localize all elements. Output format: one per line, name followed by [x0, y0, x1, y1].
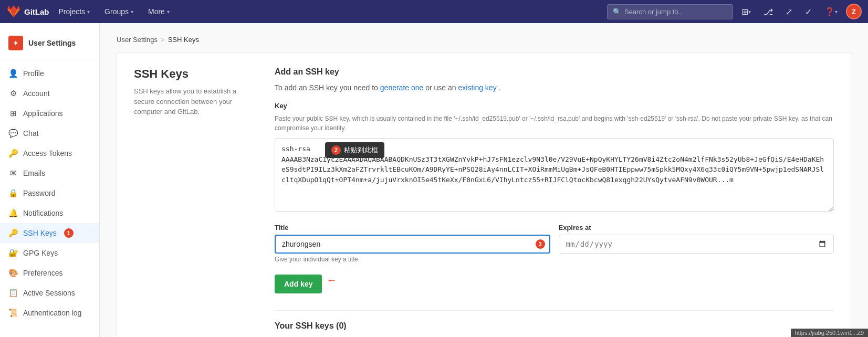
main-content: User Settings > SSH Keys SSH Keys SSH ke… — [100, 23, 868, 337]
profile-icon: 👤 — [8, 69, 18, 78]
more-nav-btn[interactable]: More ▾ — [143, 4, 175, 19]
expires-field-label: Expires at — [559, 224, 834, 231]
auth-log-icon: 📜 — [8, 308, 18, 318]
chat-icon: 💬 — [8, 129, 18, 138]
page-description: SSH keys allow you to establish a secure… — [134, 86, 249, 117]
title-input[interactable] — [275, 235, 550, 254]
search-container: 🔍 — [607, 4, 733, 19]
brand-label: GitLab — [24, 7, 49, 16]
breadcrumb-parent-link[interactable]: User Settings — [117, 36, 158, 44]
sidebar-label-gpg-keys: GPG Keys — [23, 249, 58, 257]
sidebar-label-profile: Profile — [23, 69, 44, 78]
breadcrumb-current: SSH Keys — [168, 36, 199, 44]
add-key-button[interactable]: Add key — [275, 275, 322, 293]
sidebar-label-password: Password — [23, 189, 55, 197]
expires-date-input[interactable] — [559, 235, 834, 254]
ssh-keys-section: Your SSH keys (0) There are no SSH keys … — [275, 310, 834, 337]
sidebar-label-account: Account — [23, 89, 50, 98]
status-bar: https://jiabg.250.1win1...Z9 — [791, 329, 868, 337]
svg-marker-0 — [11, 5, 17, 17]
applications-icon: ⊞ — [8, 109, 18, 118]
key-field-hint: Paste your public SSH key, which is usua… — [275, 114, 834, 133]
title-input-wrapper: 3 — [275, 235, 550, 254]
sidebar-item-applications[interactable]: ⊞ Applications — [0, 103, 99, 123]
sidebar-label-emails: Emails — [23, 169, 45, 177]
sidebar-label-applications: Applications — [23, 109, 63, 118]
ssh-keys-list-title: Your SSH keys (0) — [275, 321, 834, 331]
breadcrumb: User Settings > SSH Keys — [117, 36, 851, 44]
todo-icon: ⎇ — [764, 7, 773, 17]
issues-btn[interactable]: ✓ — [801, 4, 816, 20]
sidebar-item-auth-log[interactable]: 📜 Authentication log — [0, 303, 99, 323]
page-layout: ✦ User Settings 👤 Profile ⚙ Account ⊞ Ap… — [0, 23, 868, 337]
sidebar-item-preferences[interactable]: 🎨 Preferences — [0, 263, 99, 283]
status-bar-text: https://jiabg.250.1win1...Z9 — [795, 330, 864, 336]
user-avatar[interactable]: Z — [846, 4, 862, 19]
arrow-indicator-icon: ← — [326, 274, 337, 286]
content-wrapper: SSH Keys SSH keys allow you to establish… — [117, 52, 851, 337]
active-sessions-icon: 📋 — [8, 288, 18, 298]
groups-nav-btn[interactable]: Groups ▾ — [99, 4, 139, 19]
add-key-description: To add an SSH key you need to generate o… — [275, 82, 834, 93]
sidebar-item-ssh-keys[interactable]: 🔑 SSH Keys 1 — [0, 223, 99, 243]
title-field-hint: Give your individual key a title. — [275, 256, 550, 263]
content-right: Add an SSH key To add an SSH key you nee… — [275, 67, 834, 337]
search-icon: 🔍 — [613, 8, 621, 16]
title-field-label: Title — [275, 224, 550, 231]
paste-tooltip: 2 粘贴到此框 — [325, 142, 384, 158]
gpg-keys-icon: 🔐 — [8, 248, 18, 258]
sidebar-label-ssh-keys: SSH Keys — [23, 229, 57, 237]
title-input-badge: 3 — [536, 239, 545, 249]
ssh-keys-badge: 1 — [64, 228, 74, 238]
emails-icon: ✉ — [8, 168, 18, 178]
title-field-group: Title 3 Give your individual key a title… — [275, 224, 550, 263]
sidebar-item-gpg-keys[interactable]: 🔐 GPG Keys — [0, 243, 99, 263]
password-icon: 🔒 — [8, 188, 18, 198]
sidebar-label-auth-log: Authentication log — [23, 309, 81, 317]
sidebar-item-notifications[interactable]: 🔔 Notifications — [0, 203, 99, 223]
sidebar-item-emails[interactable]: ✉ Emails — [0, 163, 99, 183]
sidebar-item-access-tokens[interactable]: 🔑 Access Tokens — [0, 143, 99, 163]
brand-link[interactable]: GitLab — [6, 4, 49, 19]
merge-request-icon: ⤢ — [786, 7, 792, 17]
new-item-btn[interactable]: ⊞▾ — [737, 4, 755, 20]
content-left: SSH Keys SSH keys allow you to establish… — [134, 67, 249, 337]
page-title: SSH Keys — [134, 67, 249, 81]
notifications-icon: 🔔 — [8, 208, 18, 218]
sidebar-item-chat[interactable]: 💬 Chat — [0, 123, 99, 143]
tooltip-text: 粘贴到此框 — [344, 145, 378, 155]
gitlab-logo-icon — [6, 4, 21, 19]
tooltip-badge: 2 — [331, 145, 341, 155]
sidebar-label-notifications: Notifications — [23, 209, 63, 217]
projects-nav-btn[interactable]: Projects ▾ — [54, 4, 96, 19]
preferences-icon: 🎨 — [8, 268, 18, 278]
expires-field-group: Expires at — [559, 224, 834, 263]
sidebar-label-active-sessions: Active Sessions — [23, 289, 75, 297]
merge-requests-btn[interactable]: ⤢ — [781, 4, 797, 20]
svg-marker-4 — [17, 5, 20, 9]
sidebar-header: ✦ User Settings — [0, 31, 99, 59]
sidebar-item-profile[interactable]: 👤 Profile — [0, 64, 99, 83]
top-navbar: GitLab Projects ▾ Groups ▾ More ▾ 🔍 ⊞▾ ⎇… — [0, 0, 868, 23]
sidebar-label-access-tokens: Access Tokens — [23, 149, 72, 157]
issues-icon: ✓ — [805, 7, 812, 17]
sidebar-logo-icon: ✦ — [8, 36, 23, 50]
generate-one-link[interactable]: generate one — [380, 83, 424, 92]
help-btn[interactable]: ❓▾ — [820, 4, 842, 20]
sidebar-item-account[interactable]: ⚙ Account — [0, 83, 99, 103]
todo-icon-btn[interactable]: ⎇ — [759, 4, 777, 20]
sidebar-label-preferences: Preferences — [23, 269, 62, 277]
breadcrumb-separator: > — [161, 36, 165, 44]
key-field-label: Key — [275, 102, 834, 110]
sidebar: ✦ User Settings 👤 Profile ⚙ Account ⊞ Ap… — [0, 23, 100, 337]
key-container: ssh-rsa AAAAB3NzaC1yc2EAAAADAQABAABAQDKn… — [275, 138, 834, 213]
access-tokens-icon: 🔑 — [8, 149, 18, 158]
sidebar-title: User Settings — [28, 39, 76, 47]
svg-marker-3 — [7, 5, 11, 9]
form-row: Title 3 Give your individual key a title… — [275, 224, 834, 263]
sidebar-item-active-sessions[interactable]: 📋 Active Sessions — [0, 283, 99, 303]
add-key-section-title: Add an SSH key — [275, 67, 834, 77]
existing-key-link[interactable]: existing key — [458, 83, 497, 92]
search-input[interactable] — [624, 8, 727, 16]
sidebar-item-password[interactable]: 🔒 Password — [0, 183, 99, 203]
